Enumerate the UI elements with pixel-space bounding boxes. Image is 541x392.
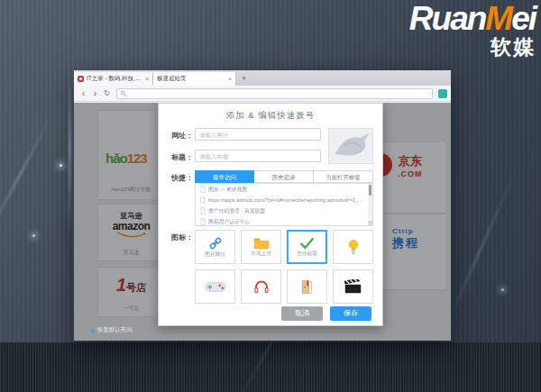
menu-button[interactable] — [438, 89, 447, 98]
url-input[interactable] — [195, 128, 321, 141]
book-icon — [300, 279, 314, 295]
tab-ithome[interactable]: IT之家 - 数码,科技,生活 × — [74, 72, 153, 86]
list-item[interactable]: https://apps.admob.com/?pli=1#monetize/r… — [196, 195, 372, 205]
ithome-favicon-icon — [78, 76, 84, 82]
tab-startpage[interactable]: 极速起始页 × — [153, 72, 236, 86]
clapperboard-icon — [344, 279, 362, 294]
desktop: RuanMei 软媒 IT之家 - 数码,科技,生活 × 极速起始页 × + ‹… — [0, 0, 541, 392]
gamepad-icon — [205, 280, 226, 294]
icon-option-gamepad[interactable] — [195, 269, 235, 304]
icon-option-image-url[interactable]: 图片网址 — [195, 230, 235, 264]
page-icon — [200, 186, 206, 193]
address-bar[interactable] — [116, 88, 433, 99]
search-icon — [120, 90, 127, 97]
forward-icon[interactable]: › — [89, 88, 101, 99]
reload-icon[interactable]: ↻ — [101, 88, 113, 99]
new-tab-button[interactable]: + — [242, 75, 246, 83]
url-label: 网址： — [171, 131, 193, 141]
check-icon — [299, 237, 315, 250]
page-icon — [200, 218, 206, 225]
icon-label: 图标： — [171, 232, 193, 242]
page-icon — [200, 196, 206, 204]
suggestion-list: 图形 -> 树状视图 https://apps.admob.com/?pli=1… — [195, 183, 373, 226]
folder-icon — [253, 237, 270, 250]
close-icon[interactable]: × — [145, 76, 149, 82]
shortcut-tabs: 最常访问 历史记录 当前打开标签 — [195, 170, 373, 183]
ruanmei-logo-cn: 软媒 — [409, 37, 536, 58]
address-input[interactable] — [127, 89, 429, 98]
light-glint — [501, 288, 504, 291]
close-icon[interactable]: × — [228, 76, 232, 82]
headphones-icon — [253, 280, 270, 294]
ruanmei-logo-en: RuanMei — [409, 2, 536, 35]
icon-option-auto-fetch[interactable]: 自动获取 — [287, 230, 327, 264]
wallpaper-bottom-band — [0, 342, 541, 392]
title-input[interactable] — [195, 150, 321, 162]
icon-option-label: 本地上传 — [251, 251, 271, 257]
icon-grid: 图片网址 本地上传 自动获取 — [195, 230, 373, 304]
back-icon[interactable]: ‹ — [78, 88, 89, 99]
speed-dial-dialog: 添加 & 编辑快速拨号 网址： 标题： 快捷： 最常访问 历史记录 当前打 — [158, 103, 383, 326]
title-label: 标题： — [171, 152, 193, 162]
icon-option-bulb[interactable] — [333, 230, 373, 264]
lightbulb-icon — [346, 238, 361, 256]
fish-logo-icon — [331, 132, 371, 160]
dialog-buttons: 取消 保存 — [281, 306, 371, 321]
browser-window: IT之家 - 数码,科技,生活 × 极速起始页 × + ‹ › ↻ hǎo123 — [74, 70, 451, 341]
navigation-bar: ‹ › ↻ — [74, 86, 451, 102]
scrollbar-thumb[interactable] — [369, 185, 371, 196]
icon-option-clapperboard[interactable] — [333, 269, 373, 304]
list-item[interactable]: 网易用户认证中心 — [196, 216, 372, 226]
speed-dial-page: hǎo123 hao123网址导航 亚马逊 amazon 亚马逊 1号店 一号店… — [74, 103, 451, 341]
scrollbar-down-arrow[interactable] — [368, 221, 372, 225]
icon-option-label: 自动获取 — [297, 251, 317, 257]
tab-most-visited[interactable]: 最常访问 — [195, 170, 254, 183]
shortcut-label: 快捷： — [171, 173, 193, 183]
icon-option-headphones[interactable] — [241, 269, 281, 304]
light-glint — [60, 164, 62, 167]
save-button[interactable]: 保存 — [330, 306, 371, 321]
tab-label: 极速起始页 — [157, 75, 225, 83]
ruanmei-logo: RuanMei 软媒 — [409, 2, 536, 58]
light-streak — [69, 63, 71, 234]
link-icon — [208, 236, 223, 251]
icon-option-local-upload[interactable]: 本地上传 — [241, 230, 281, 264]
site-preview-thumbnail — [328, 128, 373, 164]
tab-label: IT之家 - 数码,科技,生活 — [87, 75, 142, 83]
diamond-icon: ◆ — [90, 327, 95, 333]
list-item[interactable]: 推广代码管理 - 百度联盟 — [196, 205, 372, 216]
restore-layout-label: 恢复默认布局 — [97, 326, 133, 334]
tab-bar: IT之家 - 数码,科技,生活 × 极速起始页 × + — [74, 70, 451, 86]
tab-open-tabs[interactable]: 当前打开标签 — [314, 170, 373, 183]
list-item[interactable]: 图形 -> 树状视图 — [196, 184, 372, 195]
light-glint — [32, 234, 35, 237]
tab-history[interactable]: 历史记录 — [254, 170, 314, 183]
icon-option-book[interactable] — [287, 269, 327, 304]
scrollbar[interactable] — [368, 184, 372, 225]
cancel-button[interactable]: 取消 — [281, 306, 323, 321]
page-icon — [200, 207, 206, 214]
icon-option-label: 图片网址 — [205, 252, 225, 258]
restore-layout-link[interactable]: ◆ 恢复默认布局 — [90, 326, 133, 334]
dialog-title: 添加 & 编辑快速拨号 — [159, 110, 382, 122]
